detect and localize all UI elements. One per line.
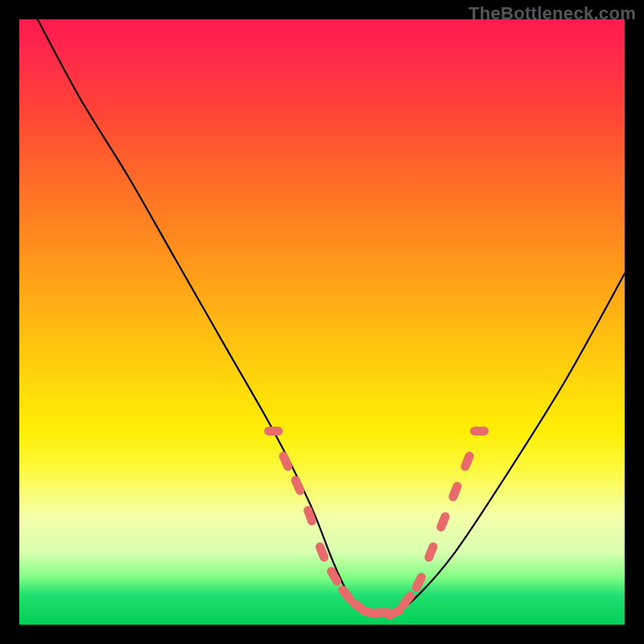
curve-layer (19, 19, 625, 625)
highlight-dots-group (269, 431, 485, 615)
highlight-dot (465, 456, 469, 467)
plot-area (19, 19, 625, 625)
highlight-dot (403, 597, 411, 605)
chart-frame: TheBottleneck.com (0, 0, 644, 644)
highlight-dot (308, 510, 312, 521)
highlight-dot (390, 610, 400, 615)
highlight-dot (441, 517, 445, 527)
bottleneck-curve-path (38, 19, 625, 614)
highlight-dot (343, 590, 350, 599)
highlight-dot (283, 456, 288, 467)
highlight-dot (429, 547, 433, 557)
highlight-dot (416, 577, 421, 588)
highlight-dot (332, 572, 337, 581)
highlight-dot (320, 547, 324, 557)
highlight-dot (295, 481, 300, 491)
highlight-dot (453, 486, 457, 497)
